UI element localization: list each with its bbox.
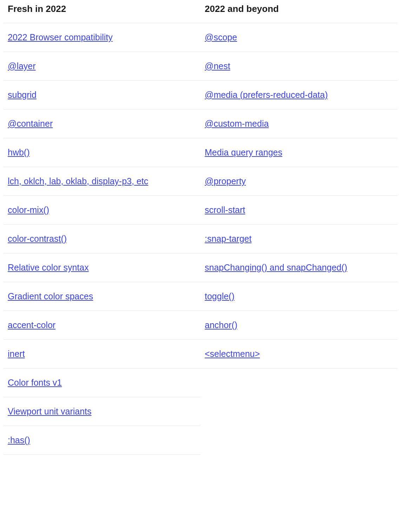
link-item[interactable]: toggle() bbox=[205, 291, 235, 301]
column-2022-beyond: 2022 and beyond @scope @nest @media (pre… bbox=[200, 4, 397, 455]
list-item: :has() bbox=[4, 426, 200, 455]
list-item: subgrid bbox=[4, 81, 200, 109]
list-item: inert bbox=[4, 340, 200, 368]
list-item: <selectmenu> bbox=[200, 340, 397, 368]
link-item[interactable]: @property bbox=[205, 176, 246, 186]
list-item: Relative color syntax bbox=[4, 253, 200, 282]
link-item[interactable]: @container bbox=[8, 119, 53, 128]
list-item: @container bbox=[4, 109, 200, 138]
columns-container: Fresh in 2022 2022 Browser compatibility… bbox=[4, 4, 397, 455]
column-header: Fresh in 2022 bbox=[4, 4, 200, 23]
link-item[interactable]: @layer bbox=[8, 61, 36, 71]
link-item[interactable]: Gradient color spaces bbox=[8, 291, 93, 301]
list-item: Color fonts v1 bbox=[4, 368, 200, 397]
link-item[interactable]: Relative color syntax bbox=[8, 262, 89, 272]
link-item[interactable]: Viewport unit variants bbox=[8, 406, 92, 416]
link-item[interactable]: anchor() bbox=[205, 320, 237, 330]
link-item[interactable]: hwb() bbox=[8, 147, 30, 157]
column-fresh-2022: Fresh in 2022 2022 Browser compatibility… bbox=[4, 4, 200, 455]
list-item: @nest bbox=[200, 52, 397, 81]
link-item[interactable]: Media query ranges bbox=[205, 147, 282, 157]
link-item[interactable]: lch, oklch, lab, oklab, display-p3, etc bbox=[8, 176, 148, 186]
link-item[interactable]: accent-color bbox=[8, 320, 55, 330]
list-item: @media (prefers-reduced-data) bbox=[200, 81, 397, 109]
list-item: :snap-target bbox=[200, 225, 397, 253]
link-item[interactable]: Color fonts v1 bbox=[8, 378, 62, 387]
list-item: accent-color bbox=[4, 311, 200, 340]
link-item[interactable]: snapChanging() and snapChanged() bbox=[205, 262, 347, 272]
link-item[interactable]: color-contrast() bbox=[8, 234, 67, 244]
list-item: Gradient color spaces bbox=[4, 282, 200, 311]
link-item[interactable]: @nest bbox=[205, 61, 230, 71]
link-item[interactable]: :snap-target bbox=[205, 234, 251, 244]
column-header: 2022 and beyond bbox=[200, 4, 397, 23]
list-item: Viewport unit variants bbox=[4, 397, 200, 426]
list-item: hwb() bbox=[4, 138, 200, 167]
list-item: @layer bbox=[4, 52, 200, 81]
list-item: toggle() bbox=[200, 282, 397, 311]
list-item: @scope bbox=[200, 23, 397, 52]
link-item[interactable]: @media (prefers-reduced-data) bbox=[205, 90, 328, 100]
link-item[interactable]: inert bbox=[8, 349, 25, 359]
list-item: snapChanging() and snapChanged() bbox=[200, 253, 397, 282]
link-item[interactable]: <selectmenu> bbox=[205, 349, 260, 359]
list-item: Media query ranges bbox=[200, 138, 397, 167]
list-item: color-contrast() bbox=[4, 225, 200, 253]
list-item: @property bbox=[200, 167, 397, 196]
link-item[interactable]: 2022 Browser compatibility bbox=[8, 32, 113, 42]
link-item[interactable]: @scope bbox=[205, 32, 237, 42]
list-item: anchor() bbox=[200, 311, 397, 340]
list-item: @custom-media bbox=[200, 109, 397, 138]
link-item[interactable]: :has() bbox=[8, 435, 30, 445]
list-item: 2022 Browser compatibility bbox=[4, 23, 200, 52]
list-item: color-mix() bbox=[4, 196, 200, 225]
link-item[interactable]: @custom-media bbox=[205, 119, 269, 128]
list-item: scroll-start bbox=[200, 196, 397, 225]
link-item[interactable]: color-mix() bbox=[8, 205, 49, 215]
link-item[interactable]: scroll-start bbox=[205, 205, 245, 215]
link-item[interactable]: subgrid bbox=[8, 90, 37, 100]
list-item: lch, oklch, lab, oklab, display-p3, etc bbox=[4, 167, 200, 196]
